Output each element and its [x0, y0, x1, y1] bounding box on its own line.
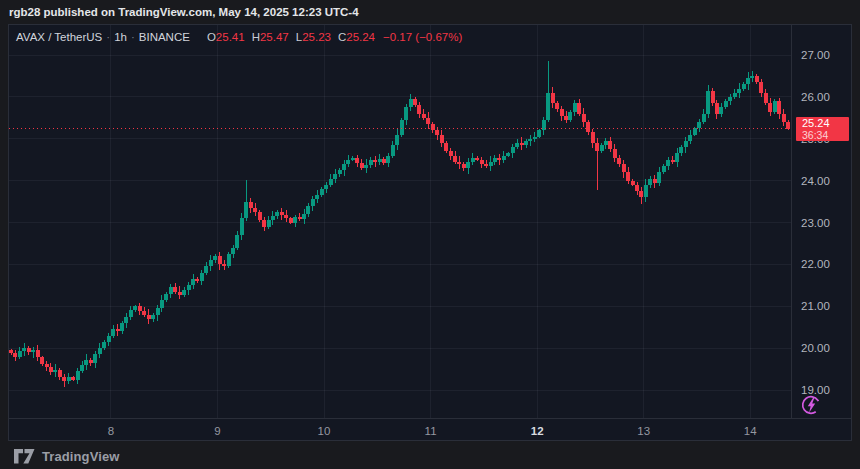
candle-body — [386, 156, 390, 164]
candle-body — [169, 287, 173, 293]
candle-body — [262, 220, 266, 226]
candle-body — [45, 364, 49, 367]
candle-body — [298, 217, 302, 219]
candle-body — [431, 124, 435, 130]
legend-close-letter: C — [338, 31, 346, 43]
candle-body — [235, 235, 239, 248]
candle-body — [284, 215, 288, 218]
candle-body — [702, 114, 706, 122]
candle-body — [324, 185, 328, 189]
candle-body — [466, 162, 470, 168]
candle-body — [422, 114, 426, 118]
candle-body — [156, 308, 160, 315]
current-price-label: 25.24 36:34 — [796, 117, 849, 141]
candle-body — [675, 153, 679, 161]
candle-body — [364, 165, 368, 168]
candle-body — [293, 217, 297, 222]
candle-body — [426, 118, 430, 124]
candle-body — [657, 172, 661, 182]
price-axis[interactable]: 27.0026.0025.0024.0023.0022.0021.0020.00… — [801, 49, 830, 396]
legend-low-value: 25.23 — [302, 31, 331, 43]
candle-body — [311, 199, 315, 205]
candle-body — [768, 103, 772, 111]
candle-body — [182, 290, 186, 295]
candle-wick — [299, 213, 300, 221]
candle-body — [306, 206, 310, 214]
time-axis[interactable]: 891011121314 — [108, 425, 758, 437]
tradingview-branding[interactable]: TradingView — [14, 444, 119, 469]
time-tick-label: 10 — [318, 425, 331, 437]
candle-body — [213, 256, 217, 260]
candle-body — [151, 315, 155, 318]
legend-open-value: 25.41 — [216, 31, 245, 43]
candle-body — [613, 149, 617, 157]
candle-body — [395, 135, 399, 145]
candle-body — [586, 122, 590, 132]
legend-high-value: 25.47 — [260, 31, 289, 43]
candle-body — [453, 156, 457, 162]
chart-widget[interactable]: 27.0026.0025.0024.0023.0022.0021.0020.00… — [8, 24, 852, 441]
time-tick-label: 12 — [531, 425, 544, 437]
legend-interval[interactable]: 1h — [114, 31, 127, 43]
candle-body — [600, 145, 604, 151]
candle-body — [688, 135, 692, 141]
candle-body — [724, 101, 728, 107]
candle-body — [58, 370, 62, 378]
candle-body — [457, 162, 461, 164]
candle-body — [249, 202, 253, 208]
time-tick-label: 8 — [108, 425, 114, 437]
candle-body — [49, 367, 53, 372]
candle-body — [18, 351, 22, 356]
candle-body — [733, 93, 737, 97]
price-tick-label: 24.00 — [801, 175, 830, 187]
candle-body — [489, 162, 493, 166]
candle-body — [124, 317, 128, 323]
price-tick-label: 23.00 — [801, 217, 830, 229]
candle-body — [280, 212, 284, 215]
candle-body — [728, 97, 732, 101]
candle-body — [755, 76, 759, 82]
candle-body — [591, 132, 595, 142]
candle-body — [76, 371, 80, 379]
candle-body — [786, 122, 790, 129]
symbol-legend[interactable]: AVAX / TetherUS·1h·BINANCEO25.41H25.47L2… — [16, 31, 462, 43]
legend-close-value: 25.24 — [346, 31, 375, 43]
candle-body — [258, 212, 262, 220]
candle-body — [133, 306, 137, 310]
candle-body — [160, 300, 164, 308]
candle-body — [568, 112, 572, 120]
candle-body — [706, 91, 710, 114]
candle-body — [764, 93, 768, 103]
candle-body — [515, 143, 519, 147]
legend-exchange[interactable]: BINANCE — [139, 31, 190, 43]
current-price-value: 25.24 — [802, 117, 849, 129]
legend-symbol[interactable]: AVAX / TetherUS — [16, 31, 102, 43]
candle-body — [373, 160, 377, 162]
candle-body — [537, 130, 541, 136]
candle-body — [551, 93, 555, 103]
candle-body — [662, 166, 666, 172]
candle-body — [639, 191, 643, 197]
time-tick-label: 11 — [425, 425, 437, 437]
lightning-icon[interactable] — [800, 394, 822, 416]
candle-body — [369, 160, 373, 165]
tradingview-brand-text: TradingView — [42, 449, 119, 464]
candle-body — [462, 164, 466, 168]
candle-body — [355, 158, 359, 163]
time-tick-label: 9 — [214, 425, 220, 437]
candle-body — [671, 160, 675, 162]
candle-body — [502, 156, 506, 160]
price-tick-label: 21.00 — [801, 300, 830, 312]
candle-body — [631, 181, 635, 185]
price-chart[interactable]: 27.0026.0025.0024.0023.0022.0021.0020.00… — [9, 25, 851, 440]
candle-body — [84, 360, 88, 365]
candle-body — [40, 357, 44, 364]
candle-body — [346, 160, 350, 164]
candle-body — [338, 170, 342, 174]
candle-body — [111, 329, 115, 335]
candle-body — [626, 172, 630, 180]
candle-body — [564, 116, 568, 120]
candle-body — [351, 158, 355, 160]
candle-body — [391, 145, 395, 155]
candle-body — [253, 208, 257, 212]
